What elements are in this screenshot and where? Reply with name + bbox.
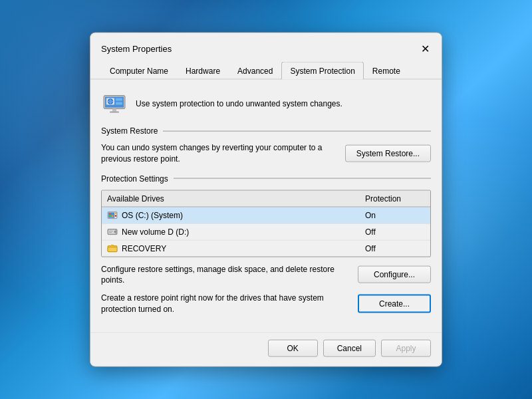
drive-name-c: OS (C:) (System) [107,209,365,220]
system-restore-header: System Restore [101,126,431,136]
svg-rect-17 [112,215,114,217]
os-drive-icon [107,209,118,220]
tab-remote[interactable]: Remote [364,62,409,80]
protection-status-c: On [365,210,425,219]
protection-settings-section: Protection Settings Available Drives Pro… [101,174,431,315]
drive-name-recovery: RECOVERY [107,243,365,253]
svg-rect-14 [109,213,111,215]
tab-bar: Computer Name Hardware Advanced System P… [90,57,442,80]
dialog-footer: OK Cancel Apply [90,332,442,366]
configure-row: Configure restore settings, manage disk … [101,263,431,286]
system-restore-section: System Restore You can undo system chang… [101,126,431,165]
create-description: Create a restore point right now for the… [101,293,350,315]
system-properties-dialog: System Properties ✕ Computer Name Hardwa… [90,33,442,367]
protection-status-recovery: Off [365,243,425,253]
svg-rect-23 [108,247,117,251]
tab-system-protection[interactable]: System Protection [281,62,363,80]
svg-rect-15 [109,215,111,217]
header-row: Use system protection to undo unwanted s… [101,90,431,117]
configure-description: Configure restore settings, manage disk … [101,263,350,286]
protection-settings-title: Protection Settings [101,174,168,183]
system-restore-row: You can undo system changes by reverting… [101,142,431,165]
svg-rect-4 [116,102,122,105]
title-bar: System Properties ✕ [90,33,442,57]
table-row[interactable]: New volume D (D:) Off [102,223,430,240]
header-description: Use system protection to undo unwanted s… [136,99,342,108]
hdd-drive-icon [107,226,118,237]
system-restore-title: System Restore [101,126,158,136]
apply-button[interactable]: Apply [381,339,431,356]
tab-advanced[interactable]: Advanced [229,62,281,80]
table-row[interactable]: RECOVERY Off [102,240,430,256]
drive-label-recovery: RECOVERY [122,243,166,253]
col-header-drive: Available Drives [107,194,365,203]
protection-table: Available Drives Protection [101,190,431,257]
system-protection-icon [101,90,128,117]
ok-button[interactable]: OK [268,339,318,356]
configure-button[interactable]: Configure... [358,266,431,283]
close-button[interactable]: ✕ [416,40,434,57]
svg-rect-5 [112,109,116,112]
create-button[interactable]: Create... [358,295,431,313]
section-divider-2 [174,178,431,179]
tab-content: Use system protection to undo unwanted s… [90,80,442,332]
section-divider [163,130,431,131]
drive-label-c: OS (C:) (System) [122,210,183,219]
protection-settings-header: Protection Settings [101,174,431,183]
tab-computer-name[interactable]: Computer Name [101,62,177,80]
system-restore-button[interactable]: System Restore... [345,144,431,162]
svg-point-20 [114,231,116,233]
tab-hardware[interactable]: Hardware [177,62,229,80]
protection-status-d: Off [365,227,425,236]
cancel-button[interactable]: Cancel [323,339,376,356]
drive-label-d: New volume D (D:) [122,227,189,236]
drive-name-d: New volume D (D:) [107,226,365,237]
col-header-protection: Protection [365,194,425,203]
table-header: Available Drives Protection [102,190,430,207]
create-row: Create a restore point right now for the… [101,293,431,315]
svg-rect-6 [110,112,119,113]
table-row[interactable]: OS (C:) (System) On [102,207,430,223]
system-restore-description: You can undo system changes by reverting… [101,142,337,165]
dialog-title: System Properties [101,43,172,53]
svg-rect-16 [112,213,114,215]
folder-drive-icon [107,243,118,253]
svg-rect-3 [116,98,122,101]
svg-rect-11 [115,212,116,213]
svg-point-13 [115,215,116,216]
